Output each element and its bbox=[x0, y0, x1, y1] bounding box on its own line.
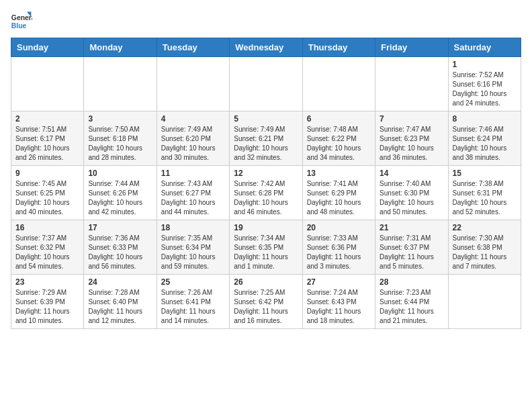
calendar-cell: 17Sunrise: 7:36 AM Sunset: 6:33 PM Dayli… bbox=[84, 220, 157, 275]
calendar-week-2: 9Sunrise: 7:45 AM Sunset: 6:25 PM Daylig… bbox=[11, 166, 521, 220]
calendar-cell: 19Sunrise: 7:34 AM Sunset: 6:35 PM Dayli… bbox=[230, 220, 302, 275]
day-number: 27 bbox=[307, 277, 371, 287]
calendar-cell: 4Sunrise: 7:49 AM Sunset: 6:20 PM Daylig… bbox=[157, 111, 229, 166]
day-info: Sunrise: 7:36 AM Sunset: 6:33 PM Dayligh… bbox=[88, 234, 152, 271]
calendar-cell: 13Sunrise: 7:41 AM Sunset: 6:29 PM Dayli… bbox=[302, 166, 375, 220]
day-info: Sunrise: 7:34 AM Sunset: 6:35 PM Dayligh… bbox=[234, 234, 298, 271]
calendar-cell: 18Sunrise: 7:35 AM Sunset: 6:34 PM Dayli… bbox=[157, 220, 229, 275]
calendar-cell: 16Sunrise: 7:37 AM Sunset: 6:32 PM Dayli… bbox=[11, 220, 84, 275]
day-header-tuesday: Tuesday bbox=[157, 38, 229, 57]
calendar-cell: 21Sunrise: 7:31 AM Sunset: 6:37 PM Dayli… bbox=[375, 220, 448, 275]
day-header-saturday: Saturday bbox=[448, 38, 521, 57]
day-info: Sunrise: 7:37 AM Sunset: 6:32 PM Dayligh… bbox=[15, 234, 79, 271]
day-number: 11 bbox=[161, 169, 225, 178]
calendar-cell: 12Sunrise: 7:42 AM Sunset: 6:28 PM Dayli… bbox=[230, 166, 302, 220]
calendar-cell: 23Sunrise: 7:29 AM Sunset: 6:39 PM Dayli… bbox=[11, 275, 84, 329]
logo: General Blue bbox=[11, 11, 32, 32]
day-info: Sunrise: 7:44 AM Sunset: 6:26 PM Dayligh… bbox=[88, 179, 152, 217]
day-info: Sunrise: 7:42 AM Sunset: 6:28 PM Dayligh… bbox=[234, 179, 298, 217]
calendar-week-3: 16Sunrise: 7:37 AM Sunset: 6:32 PM Dayli… bbox=[11, 220, 521, 275]
day-info: Sunrise: 7:38 AM Sunset: 6:31 PM Dayligh… bbox=[453, 179, 517, 217]
calendar-week-4: 23Sunrise: 7:29 AM Sunset: 6:39 PM Dayli… bbox=[11, 275, 521, 329]
calendar-cell bbox=[157, 57, 229, 111]
calendar-cell: 2Sunrise: 7:51 AM Sunset: 6:17 PM Daylig… bbox=[11, 111, 84, 166]
calendar-cell: 3Sunrise: 7:50 AM Sunset: 6:18 PM Daylig… bbox=[84, 111, 157, 166]
calendar-cell: 26Sunrise: 7:25 AM Sunset: 6:42 PM Dayli… bbox=[230, 275, 302, 329]
calendar-week-0: 1Sunrise: 7:52 AM Sunset: 6:16 PM Daylig… bbox=[11, 57, 521, 111]
day-number: 1 bbox=[453, 60, 517, 69]
day-number: 26 bbox=[234, 277, 298, 287]
day-info: Sunrise: 7:25 AM Sunset: 6:42 PM Dayligh… bbox=[234, 288, 298, 326]
calendar-cell: 27Sunrise: 7:24 AM Sunset: 6:43 PM Dayli… bbox=[302, 275, 375, 329]
calendar-week-1: 2Sunrise: 7:51 AM Sunset: 6:17 PM Daylig… bbox=[11, 111, 521, 166]
calendar-cell: 22Sunrise: 7:30 AM Sunset: 6:38 PM Dayli… bbox=[448, 220, 521, 275]
day-number: 22 bbox=[453, 223, 517, 232]
day-number: 20 bbox=[307, 223, 371, 232]
day-info: Sunrise: 7:24 AM Sunset: 6:43 PM Dayligh… bbox=[307, 288, 371, 326]
day-number: 12 bbox=[234, 169, 298, 178]
calendar-cell: 7Sunrise: 7:47 AM Sunset: 6:23 PM Daylig… bbox=[375, 111, 448, 166]
calendar-cell: 1Sunrise: 7:52 AM Sunset: 6:16 PM Daylig… bbox=[448, 57, 521, 111]
day-number: 3 bbox=[88, 114, 152, 124]
svg-text:Blue: Blue bbox=[11, 22, 27, 30]
calendar-cell: 15Sunrise: 7:38 AM Sunset: 6:31 PM Dayli… bbox=[448, 166, 521, 220]
day-info: Sunrise: 7:46 AM Sunset: 6:24 PM Dayligh… bbox=[453, 125, 517, 163]
day-number: 19 bbox=[234, 223, 298, 232]
day-number: 10 bbox=[88, 169, 152, 178]
calendar-cell bbox=[375, 57, 448, 111]
day-number: 7 bbox=[380, 114, 443, 124]
calendar-cell: 20Sunrise: 7:33 AM Sunset: 6:36 PM Dayli… bbox=[302, 220, 375, 275]
day-info: Sunrise: 7:30 AM Sunset: 6:38 PM Dayligh… bbox=[453, 234, 517, 271]
day-number: 17 bbox=[88, 223, 152, 232]
calendar-cell: 28Sunrise: 7:23 AM Sunset: 6:44 PM Dayli… bbox=[375, 275, 448, 329]
calendar-cell bbox=[84, 57, 157, 111]
day-info: Sunrise: 7:26 AM Sunset: 6:41 PM Dayligh… bbox=[161, 288, 225, 326]
day-number: 14 bbox=[380, 169, 443, 178]
calendar-cell bbox=[302, 57, 375, 111]
day-number: 2 bbox=[15, 114, 79, 124]
page-header: General Blue bbox=[11, 11, 521, 32]
calendar-cell bbox=[230, 57, 302, 111]
calendar-cell: 10Sunrise: 7:44 AM Sunset: 6:26 PM Dayli… bbox=[84, 166, 157, 220]
calendar-header-row: SundayMondayTuesdayWednesdayThursdayFrid… bbox=[11, 38, 521, 57]
day-info: Sunrise: 7:48 AM Sunset: 6:22 PM Dayligh… bbox=[307, 125, 371, 163]
calendar-cell: 11Sunrise: 7:43 AM Sunset: 6:27 PM Dayli… bbox=[157, 166, 229, 220]
calendar-cell: 24Sunrise: 7:28 AM Sunset: 6:40 PM Dayli… bbox=[84, 275, 157, 329]
calendar-cell: 6Sunrise: 7:48 AM Sunset: 6:22 PM Daylig… bbox=[302, 111, 375, 166]
day-info: Sunrise: 7:49 AM Sunset: 6:20 PM Dayligh… bbox=[161, 125, 225, 163]
day-info: Sunrise: 7:51 AM Sunset: 6:17 PM Dayligh… bbox=[15, 125, 79, 163]
day-number: 25 bbox=[161, 277, 225, 287]
day-header-monday: Monday bbox=[84, 38, 157, 57]
day-info: Sunrise: 7:43 AM Sunset: 6:27 PM Dayligh… bbox=[161, 179, 225, 217]
day-info: Sunrise: 7:47 AM Sunset: 6:23 PM Dayligh… bbox=[380, 125, 443, 163]
calendar-cell bbox=[11, 57, 84, 111]
day-number: 16 bbox=[15, 223, 79, 232]
day-number: 24 bbox=[88, 277, 152, 287]
day-info: Sunrise: 7:45 AM Sunset: 6:25 PM Dayligh… bbox=[15, 179, 79, 217]
day-header-thursday: Thursday bbox=[302, 38, 375, 57]
calendar-cell: 14Sunrise: 7:40 AM Sunset: 6:30 PM Dayli… bbox=[375, 166, 448, 220]
logo-icon: General Blue bbox=[11, 11, 32, 32]
calendar-cell: 9Sunrise: 7:45 AM Sunset: 6:25 PM Daylig… bbox=[11, 166, 84, 220]
svg-text:General: General bbox=[11, 14, 32, 21]
day-info: Sunrise: 7:49 AM Sunset: 6:21 PM Dayligh… bbox=[234, 125, 298, 163]
day-number: 8 bbox=[453, 114, 517, 124]
calendar: SundayMondayTuesdayWednesdayThursdayFrid… bbox=[11, 38, 521, 329]
day-number: 23 bbox=[15, 277, 79, 287]
day-number: 4 bbox=[161, 114, 225, 124]
day-number: 21 bbox=[380, 223, 443, 232]
day-info: Sunrise: 7:52 AM Sunset: 6:16 PM Dayligh… bbox=[453, 71, 517, 108]
day-number: 9 bbox=[15, 169, 79, 178]
day-info: Sunrise: 7:23 AM Sunset: 6:44 PM Dayligh… bbox=[380, 288, 443, 326]
calendar-cell: 5Sunrise: 7:49 AM Sunset: 6:21 PM Daylig… bbox=[230, 111, 302, 166]
day-number: 15 bbox=[453, 169, 517, 178]
calendar-cell: 8Sunrise: 7:46 AM Sunset: 6:24 PM Daylig… bbox=[448, 111, 521, 166]
day-info: Sunrise: 7:28 AM Sunset: 6:40 PM Dayligh… bbox=[88, 288, 152, 326]
day-header-friday: Friday bbox=[375, 38, 448, 57]
day-number: 5 bbox=[234, 114, 298, 124]
calendar-cell bbox=[448, 275, 521, 329]
day-number: 6 bbox=[307, 114, 371, 124]
calendar-cell: 25Sunrise: 7:26 AM Sunset: 6:41 PM Dayli… bbox=[157, 275, 229, 329]
day-info: Sunrise: 7:35 AM Sunset: 6:34 PM Dayligh… bbox=[161, 234, 225, 271]
day-info: Sunrise: 7:31 AM Sunset: 6:37 PM Dayligh… bbox=[380, 234, 443, 271]
